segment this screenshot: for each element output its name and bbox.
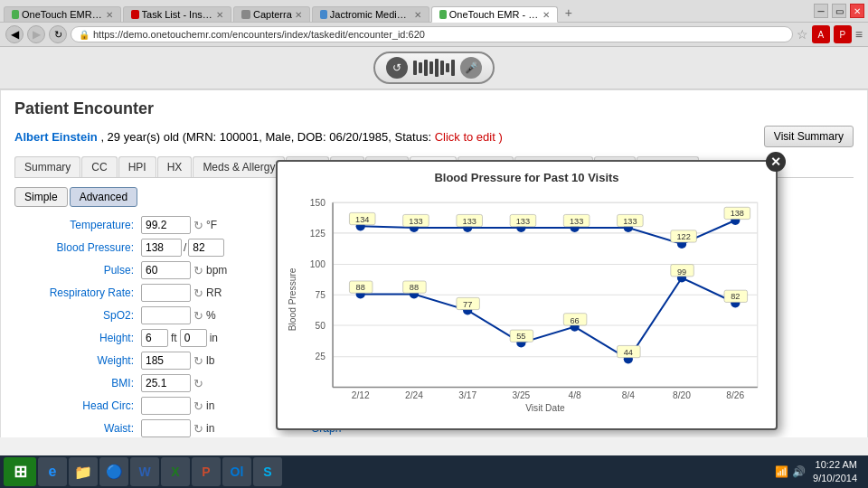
bmi-refresh-icon[interactable]: ↻ bbox=[193, 377, 203, 390]
taskbar-excel[interactable]: X bbox=[161, 457, 190, 486]
taskbar-word[interactable]: W bbox=[130, 457, 159, 486]
tab-close-2[interactable]: ✕ bbox=[216, 10, 223, 20]
sys-tray-icons: 📶 🔊 bbox=[775, 465, 806, 478]
tab-cc[interactable]: CC bbox=[81, 156, 117, 177]
svg-text:8/26: 8/26 bbox=[726, 390, 744, 400]
taskbar-folder[interactable]: 📁 bbox=[69, 457, 98, 486]
svg-text:44: 44 bbox=[624, 348, 633, 357]
weight-unit: lb bbox=[206, 354, 214, 367]
bmi-input[interactable] bbox=[141, 374, 191, 392]
browser-tab-5-active[interactable]: OneTouch EMR - Encoun... ✕ bbox=[431, 6, 558, 23]
taskbar-chrome[interactable]: 🔵 bbox=[99, 457, 128, 486]
browser-tab-2[interactable]: Task List - Insightly ✕ bbox=[123, 6, 231, 22]
svg-text:Blood Pressure: Blood Pressure bbox=[288, 267, 297, 331]
pulse-input[interactable] bbox=[141, 261, 191, 279]
taskbar-ppt[interactable]: P bbox=[192, 457, 221, 486]
menu-btn[interactable]: ≡ bbox=[855, 27, 863, 42]
sub-tab-advanced[interactable]: Advanced bbox=[70, 187, 137, 207]
head-circ-refresh-icon[interactable]: ↻ bbox=[193, 399, 203, 413]
browser-tab-4[interactable]: Jactromic Medical Reso... ✕ bbox=[312, 6, 429, 22]
svg-text:125: 125 bbox=[310, 229, 326, 239]
svg-text:133: 133 bbox=[409, 217, 422, 226]
tab-hx[interactable]: HX bbox=[157, 156, 193, 177]
chart-close-btn[interactable]: ✕ bbox=[766, 152, 786, 172]
weight-input[interactable] bbox=[141, 352, 191, 370]
pulse-unit: bpm bbox=[206, 264, 227, 277]
browser-tabs-row: OneTouch EMR - Ready ✕ Task List - Insig… bbox=[0, 0, 868, 22]
bp-label: Blood Pressure: bbox=[14, 241, 141, 254]
waist-input[interactable] bbox=[141, 419, 191, 437]
tab-close-5[interactable]: ✕ bbox=[542, 10, 550, 20]
tab-close-3[interactable]: ✕ bbox=[295, 10, 302, 20]
rr-refresh-icon[interactable]: ↻ bbox=[193, 286, 203, 300]
toolbar-widget[interactable]: ↺ 🎤 bbox=[373, 52, 495, 84]
patient-name[interactable]: Albert Einstein bbox=[14, 130, 98, 144]
bp-separator: / bbox=[184, 241, 186, 254]
chart-area: 150 125 100 75 50 25 Blood Pressure 2/12… bbox=[287, 189, 767, 419]
tab-hpi[interactable]: HPI bbox=[118, 156, 156, 177]
head-circ-input[interactable] bbox=[141, 397, 191, 415]
chart-overlay: ✕ Blood Pressure for Past 10 Visits 150 … bbox=[276, 160, 778, 430]
tab-close-1[interactable]: ✕ bbox=[106, 10, 113, 20]
taskbar-outlook[interactable]: Ol bbox=[222, 457, 251, 486]
tab-close-4[interactable]: ✕ bbox=[414, 10, 421, 20]
waist-refresh-icon[interactable]: ↻ bbox=[193, 422, 203, 436]
pulse-refresh-icon[interactable]: ↻ bbox=[193, 264, 203, 277]
visit-summary-btn[interactable]: Visit Summary bbox=[764, 126, 854, 147]
svg-text:122: 122 bbox=[676, 232, 690, 241]
start-btn[interactable]: ⊞ bbox=[4, 457, 36, 486]
sub-tab-simple[interactable]: Simple bbox=[14, 187, 68, 207]
svg-text:3/25: 3/25 bbox=[512, 390, 530, 400]
bp-systolic-input[interactable] bbox=[141, 239, 182, 257]
temp-refresh-icon[interactable]: ↻ bbox=[193, 219, 203, 232]
pulse-label: Pulse: bbox=[14, 264, 141, 277]
weight-refresh-icon[interactable]: ↻ bbox=[193, 354, 203, 368]
browser-tab-3[interactable]: Capterra ✕ bbox=[233, 6, 310, 22]
svg-text:75: 75 bbox=[316, 290, 326, 300]
reload-btn[interactable]: ↻ bbox=[49, 25, 67, 43]
svg-text:138: 138 bbox=[731, 209, 744, 218]
svg-text:88: 88 bbox=[356, 283, 365, 292]
browser-tab-1[interactable]: OneTouch EMR - Ready ✕ bbox=[4, 6, 121, 22]
height-ft-input[interactable] bbox=[141, 329, 168, 347]
ext-btn-2[interactable]: P bbox=[834, 25, 852, 43]
svg-text:66: 66 bbox=[570, 316, 579, 325]
svg-text:133: 133 bbox=[516, 217, 530, 226]
svg-text:55: 55 bbox=[516, 332, 525, 341]
height-ft-unit: ft bbox=[171, 332, 177, 344]
rr-input[interactable] bbox=[141, 284, 191, 302]
back-btn[interactable]: ◀ bbox=[5, 25, 24, 43]
browser-chrome: OneTouch EMR - Ready ✕ Task List - Insig… bbox=[0, 0, 868, 47]
height-in-input[interactable] bbox=[180, 329, 207, 347]
svg-text:25: 25 bbox=[316, 352, 326, 361]
chart-title: Blood Pressure for Past 10 Visits bbox=[287, 171, 767, 184]
temp-input[interactable] bbox=[141, 216, 191, 234]
bp-diastolic-input[interactable] bbox=[188, 239, 224, 257]
chart-svg: 150 125 100 75 50 25 Blood Pressure 2/12… bbox=[287, 189, 767, 419]
toolbar-bars bbox=[413, 59, 455, 77]
waist-unit: in bbox=[206, 422, 214, 435]
minimize-btn[interactable]: ─ bbox=[814, 4, 828, 18]
close-btn[interactable]: ✕ bbox=[850, 4, 864, 18]
taskbar-ie[interactable]: e bbox=[38, 457, 67, 486]
ext-btn-1[interactable]: A bbox=[812, 25, 830, 43]
clock: 10:22 AM 9/10/2014 bbox=[813, 458, 857, 486]
tab-summary[interactable]: Summary bbox=[14, 156, 80, 177]
svg-text:2/24: 2/24 bbox=[405, 390, 423, 400]
new-tab-btn[interactable]: + bbox=[560, 4, 578, 22]
address-bar[interactable]: 🔒 https://demo.onetouchemr.com/encounter… bbox=[71, 26, 793, 42]
forward-btn[interactable]: ▶ bbox=[27, 25, 45, 43]
click-to-edit[interactable]: Click to edit ) bbox=[435, 130, 503, 144]
tab-meds[interactable]: Meds & Allergy bbox=[193, 156, 285, 177]
restore-btn[interactable]: ▭ bbox=[832, 4, 846, 18]
bookmark-btn[interactable]: ☆ bbox=[797, 27, 808, 42]
temp-label: Temperature: bbox=[14, 219, 141, 231]
spo2-refresh-icon[interactable]: ↻ bbox=[193, 309, 203, 323]
spo2-input[interactable] bbox=[141, 306, 191, 324]
taskbar-skype[interactable]: S bbox=[253, 457, 282, 486]
svg-text:133: 133 bbox=[623, 217, 637, 226]
taskbar: ⊞ e 📁 🔵 W X P Ol S 📶 🔊 10:22 AM 9/10/201… bbox=[0, 455, 868, 488]
svg-text:150: 150 bbox=[310, 198, 326, 208]
mic-icon: 🎤 bbox=[460, 57, 482, 79]
top-toolbar: ↺ 🎤 bbox=[0, 47, 868, 89]
